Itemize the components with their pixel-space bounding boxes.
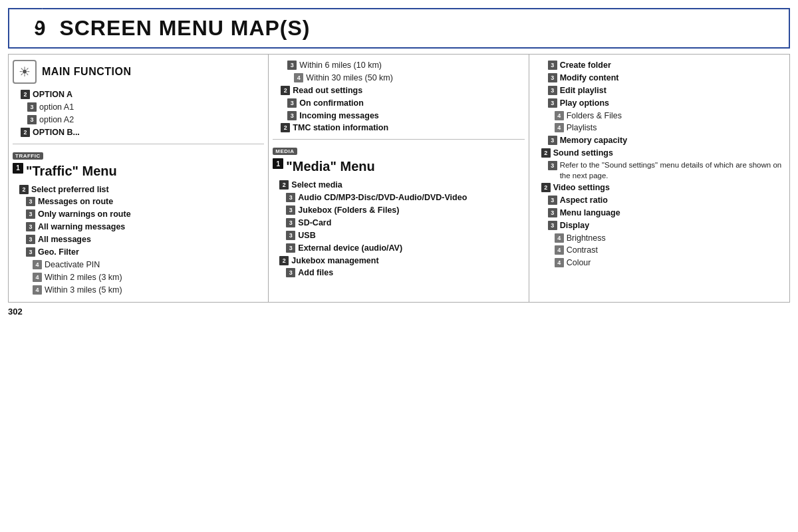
main-function-header: ☀ MAIN FUNCTION: [13, 60, 264, 84]
media-title: "Media" Menu: [286, 159, 374, 174]
list-item: 1 "Media" Menu: [273, 158, 524, 178]
page-title: 09 SCREEN MENU MAP(S): [21, 16, 311, 41]
list-item: 2 Sound settings: [535, 148, 785, 159]
level-badge: 4: [555, 111, 564, 120]
list-item: 3 Geo. Filter: [13, 247, 264, 258]
item-label: Modify content: [560, 72, 619, 84]
level-badge: 2: [21, 128, 30, 137]
list-item: 3 Display: [535, 220, 785, 231]
item-label: OPTION A: [33, 89, 72, 100]
list-item: 4 Within 2 miles (3 km): [13, 272, 264, 283]
item-label: SD-Card: [298, 217, 331, 229]
level-badge: 3: [548, 136, 557, 145]
item-label: TMC station information: [293, 122, 388, 134]
list-item: 3 option A1: [14, 102, 264, 113]
traffic-title: "Traffic" Menu: [26, 164, 117, 179]
level-badge: 1: [13, 163, 23, 174]
list-item: 3 USB: [273, 230, 524, 241]
list-item: 4 Contrast: [535, 245, 785, 256]
level-badge: 2: [279, 180, 289, 190]
level-badge: 4: [294, 73, 303, 82]
list-item: 3 Aspect ratio: [535, 195, 785, 206]
list-item: 4 Within 30 miles (50 km): [274, 72, 524, 84]
main-function-title: MAIN FUNCTION: [42, 66, 131, 78]
item-label: Video settings: [553, 182, 610, 194]
list-item: 2 Read out settings: [274, 85, 524, 96]
item-label: Sound settings: [553, 148, 613, 159]
level-badge: 3: [548, 73, 557, 82]
list-item: 3 Create folder: [535, 60, 785, 71]
item-label: Display: [560, 220, 589, 231]
list-item: 3 option A2: [14, 114, 264, 126]
list-item: 2 OPTION A: [14, 89, 264, 100]
list-item: 3 Memory capacity: [535, 135, 785, 146]
list-item: 3 Play options: [535, 98, 785, 109]
level-badge: 3: [548, 61, 557, 70]
list-item: 3 Menu language: [535, 207, 785, 219]
item-label: Folders & Files: [567, 110, 622, 122]
item-label: Deactivate PIN: [45, 259, 100, 271]
item-label: Jukebox (Folders & Files): [298, 205, 399, 216]
item-label: Messages on route: [38, 196, 113, 207]
item-label: Edit playlist: [560, 85, 606, 96]
item-label: Within 3 miles (5 km): [45, 285, 122, 296]
level-badge: 3: [27, 102, 37, 112]
level-badge: 1: [273, 158, 283, 169]
level-badge: 2: [279, 256, 289, 265]
list-item: 2 Jukebox management: [273, 255, 524, 267]
list-item: 3 Messages on route: [13, 196, 264, 207]
item-label: Geo. Filter: [38, 247, 79, 258]
level-badge: 3: [287, 111, 297, 120]
level-badge: 3: [26, 235, 35, 244]
level-badge: 3: [548, 161, 557, 170]
item-label: Incoming messages: [299, 110, 379, 122]
level-badge: 3: [286, 193, 295, 202]
level-badge: 3: [286, 205, 295, 215]
list-item: 4 Playlists: [535, 122, 785, 134]
level-badge: 3: [286, 231, 295, 240]
level-badge: 2: [541, 183, 551, 192]
col3-items: 3 Create folder 3 Modify content 3 Edit …: [533, 60, 785, 269]
list-item: 1 "Traffic" Menu: [13, 162, 264, 183]
item-label: Brightness: [567, 233, 606, 244]
level-badge: 4: [555, 245, 564, 255]
level-badge: 3: [26, 197, 35, 206]
level-badge: 4: [555, 123, 564, 132]
list-item: 4 Deactivate PIN: [13, 259, 264, 271]
item-label: Colour: [567, 257, 591, 269]
item-label: Playlists: [567, 122, 597, 134]
item-label: On confirmation: [299, 98, 364, 109]
list-item: 3 All messages: [13, 234, 264, 245]
page-header: 09 SCREEN MENU MAP(S): [8, 8, 790, 49]
item-label: option A1: [39, 102, 74, 113]
level-badge: 3: [286, 243, 295, 253]
col2-top-items: 3 Within 6 miles (10 km) 4 Within 30 mil…: [273, 60, 524, 134]
item-label: Menu language: [560, 207, 620, 219]
item-label: USB: [298, 230, 315, 241]
list-item: 4 Within 3 miles (5 km): [13, 285, 264, 296]
item-label: Contrast: [567, 245, 598, 256]
level-badge: 2: [541, 148, 551, 158]
list-item: 2 Video settings: [535, 182, 785, 194]
level-badge: 2: [281, 123, 290, 132]
level-badge: 3: [286, 218, 295, 227]
column-2: 3 Within 6 miles (10 km) 4 Within 30 mil…: [269, 55, 529, 302]
media-chip: MEDIA: [273, 148, 297, 155]
item-label: Select media: [291, 180, 342, 191]
level-badge: 4: [33, 260, 42, 269]
item-label: Jukebox management: [291, 255, 378, 267]
page-number: 302: [8, 307, 790, 317]
item-label: Audio CD/MP3-Disc/DVD-Audio/DVD-Video: [298, 192, 467, 203]
item-label: Memory capacity: [560, 135, 627, 146]
list-item: 3 Refer to the "Sound settings" menu det…: [535, 160, 785, 181]
list-item: 4 Folders & Files: [535, 110, 785, 122]
item-label: Only warnings on route: [38, 209, 131, 220]
level-badge: 3: [548, 98, 557, 108]
list-item: 2 TMC station information: [274, 122, 524, 134]
item-label: All warning messages: [38, 221, 125, 233]
list-item: 3 External device (audio/AV): [273, 243, 524, 254]
level-badge: 3: [548, 208, 557, 217]
list-item: 3 All warning messages: [13, 221, 264, 233]
item-label: Add files: [298, 267, 333, 279]
item-label: Refer to the "Sound settings" menu detai…: [560, 160, 785, 181]
